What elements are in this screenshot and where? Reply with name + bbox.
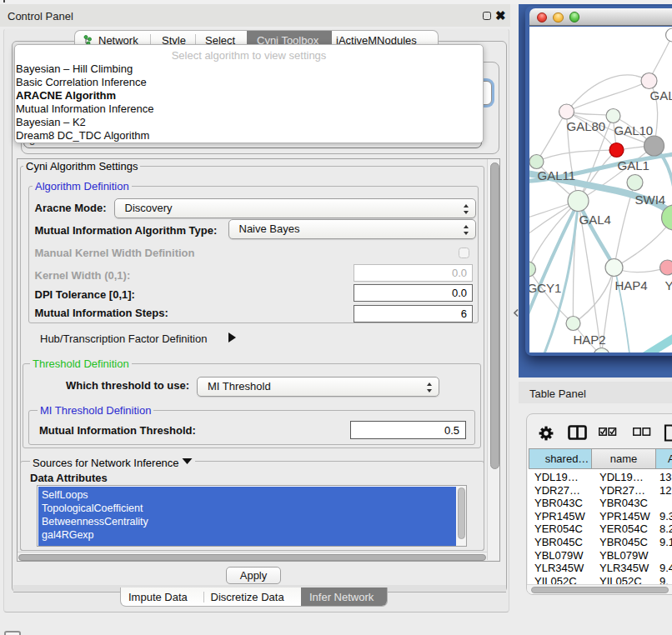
svg-text:GAL4: GAL4	[579, 212, 610, 227]
svg-text:GAL10: GAL10	[614, 123, 653, 138]
svg-text:HAP4: HAP4	[614, 278, 647, 292]
svg-text:HAP2: HAP2	[573, 332, 605, 347]
svg-text:GCY1: GCY1	[529, 281, 561, 295]
svg-text:GAL11: GAL11	[537, 168, 575, 182]
svg-text:SWI4: SWI4	[634, 192, 665, 207]
svg-text:GAL1: GAL1	[617, 158, 649, 172]
svg-text:YEL: YEL	[664, 278, 672, 292]
svg-text:GAL2: GAL2	[649, 88, 672, 102]
svg-text:GAL80: GAL80	[566, 119, 605, 133]
